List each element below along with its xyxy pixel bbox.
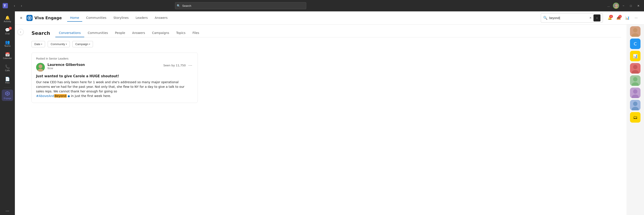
nav-home[interactable]: Home: [67, 14, 82, 22]
sidebar-item-activity[interactable]: 🔔 Activity: [2, 13, 13, 25]
tab-communities[interactable]: Communities: [84, 29, 112, 37]
sidebar-item-engage[interactable]: Engage: [2, 90, 13, 101]
svg-point-17: [633, 65, 638, 69]
verified-icon: ●: [68, 95, 70, 98]
campaign-chevron-icon: ▾: [89, 43, 90, 45]
filter-bar: Date ▾ Community ▾ Campaign ▾: [32, 41, 621, 47]
right-panel-user-1[interactable]: [630, 26, 640, 37]
svg-point-3: [614, 7, 618, 9]
inbox-button[interactable]: 📥 5: [615, 15, 622, 22]
svg-point-14: [633, 28, 638, 32]
calendar-icon: 📅: [5, 52, 10, 57]
viva-search-box: 🔍 ✕ ›: [541, 13, 603, 23]
hashtag-text: #AboveAnd: [36, 94, 54, 98]
title-search-input[interactable]: [175, 2, 306, 9]
post-more-button[interactable]: ⋯: [188, 63, 193, 68]
minimize-button[interactable]: −: [620, 3, 626, 9]
date-chevron-icon: ▾: [41, 43, 42, 45]
sidebar-item-calendar[interactable]: 📅 Calendar: [2, 50, 13, 61]
viva-logo-text: Viva Engage: [34, 16, 62, 20]
viva-navigation: Home Communities Storylines Leaders Answ…: [67, 14, 171, 22]
user-avatar[interactable]: [613, 3, 619, 9]
title-bar: T ‹ › 🔍 ... − □ ✕: [0, 0, 644, 11]
post-card: Posted in Senior Leaders: [32, 53, 198, 103]
header-actions: 🔔 12 📥 5 📊 ···: [606, 15, 640, 22]
viva-header: ≡ Viva Engage Home Communities Storyline…: [15, 11, 644, 25]
right-panel-app-1[interactable]: C: [630, 39, 640, 49]
more-options-button[interactable]: ...: [606, 3, 612, 9]
notifications-button[interactable]: 🔔 12: [606, 15, 614, 22]
app-3-icon: 🗂: [633, 115, 638, 120]
tab-topics[interactable]: Topics: [172, 29, 189, 37]
right-panel-app-2[interactable]: 📊: [630, 51, 640, 61]
hashtag-link[interactable]: #AboveAndBeyond: [36, 94, 68, 98]
teams-sidebar: 🔔 Activity 💬 Chat 1 👥 Teams 📅 Calendar 📞…: [0, 11, 15, 215]
sidebar-item-files[interactable]: 📄 Files: [2, 74, 13, 86]
teams-icon: 👥: [5, 40, 10, 45]
chat-badge: 1: [9, 27, 12, 30]
search-submit-button[interactable]: ›: [594, 15, 600, 22]
search-submit-icon: ›: [596, 16, 598, 20]
svg-point-26: [633, 102, 638, 106]
search-clear-button[interactable]: ✕: [589, 16, 592, 20]
nav-storylines[interactable]: Storylines: [110, 14, 132, 22]
nav-communities[interactable]: Communities: [83, 14, 110, 22]
header-more-button[interactable]: ···: [632, 15, 640, 22]
teams-logo: T: [2, 3, 8, 8]
search-tabs: Conversations Communities People Answers…: [55, 29, 621, 38]
sidebar-item-calls[interactable]: 📞 Calls: [2, 62, 13, 74]
community-chevron-icon: ▾: [66, 43, 67, 45]
community-filter[interactable]: Community ▾: [48, 41, 70, 47]
tab-people[interactable]: People: [112, 29, 129, 37]
maximize-button[interactable]: □: [628, 3, 634, 9]
tab-files[interactable]: Files: [189, 29, 203, 37]
right-panel-user-3[interactable]: [630, 75, 640, 86]
date-filter[interactable]: Date ▾: [32, 41, 45, 47]
analytics-button[interactable]: 📊: [624, 15, 631, 22]
sidebar-item-teams[interactable]: 👥 Teams: [2, 38, 13, 49]
title-bar-actions: ... − □ ✕: [606, 3, 642, 9]
left-panel: ‹: [15, 25, 26, 215]
title-search-icon: 🔍: [177, 4, 180, 8]
close-button[interactable]: ✕: [635, 3, 642, 9]
tab-campaigns[interactable]: Campaigns: [148, 29, 172, 37]
inbox-badge: 5: [618, 15, 622, 18]
nav-answers[interactable]: Answers: [152, 14, 170, 22]
sidebar-more-btn[interactable]: ···: [6, 209, 9, 213]
title-search-container: 🔍: [175, 2, 306, 9]
post-location: Posted in Senior Leaders: [36, 57, 193, 60]
calls-icon: 📞: [5, 64, 10, 69]
right-panel-user-5[interactable]: [630, 100, 640, 110]
viva-search-input[interactable]: [549, 16, 588, 20]
svg-point-20: [633, 77, 638, 81]
forward-button[interactable]: ›: [18, 3, 24, 9]
search-title: Search: [32, 31, 50, 36]
hamburger-button[interactable]: ≡: [19, 15, 23, 21]
post-author-name: Laurence Gilbertson: [48, 63, 164, 67]
post-meta: Laurence Gilbertson Now: [48, 63, 164, 70]
search-header-row: Search Conversations Communities People …: [32, 29, 621, 38]
right-panel-app-3[interactable]: 🗂: [630, 112, 640, 123]
collapse-left-button[interactable]: ‹: [18, 29, 24, 35]
viva-search-icon: 🔍: [543, 16, 548, 20]
viva-logo: Viva Engage: [26, 15, 62, 21]
right-panel-user-4[interactable]: [630, 88, 640, 98]
svg-marker-5: [6, 92, 8, 95]
svg-point-12: [38, 69, 43, 72]
nav-leaders[interactable]: Leaders: [132, 14, 151, 22]
viva-header-search: 🔍 ✕ ›: [541, 13, 603, 23]
notifications-badge: 12: [609, 15, 613, 18]
files-icon: 📄: [5, 77, 10, 81]
right-panel-user-2[interactable]: [630, 63, 640, 74]
activity-icon: 🔔: [5, 15, 10, 20]
sidebar-divider: [4, 88, 11, 88]
back-button[interactable]: ‹: [12, 3, 18, 9]
more-apps-icon: ···: [6, 209, 9, 213]
post-time: Now: [48, 67, 164, 70]
title-nav-buttons: ‹ ›: [12, 3, 24, 9]
sidebar-item-chat[interactable]: 💬 Chat 1: [2, 25, 13, 37]
campaign-filter[interactable]: Campaign ▾: [72, 41, 93, 47]
post-seen: Seen by 11,750 ⋯: [164, 63, 193, 68]
tab-conversations[interactable]: Conversations: [55, 29, 84, 37]
tab-answers[interactable]: Answers: [128, 29, 148, 37]
